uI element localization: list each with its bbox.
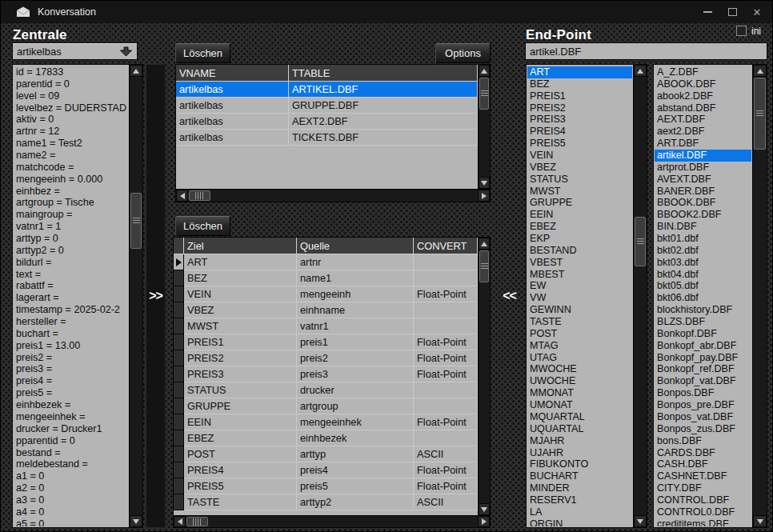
list-item[interactable]: meldebestand = [14, 458, 128, 470]
table-cell[interactable]: POST [184, 446, 297, 462]
endpoint-file-scrollbar[interactable] [752, 65, 767, 527]
table-row[interactable]: artikelbasTICKETS.DBF [176, 130, 478, 146]
list-item[interactable]: Bonpos_zus.DBF [655, 423, 751, 435]
list-item[interactable]: VBEZ [527, 162, 632, 174]
list-item[interactable]: PREIS2 [527, 102, 632, 114]
row-selector-cell[interactable] [174, 494, 184, 510]
table-cell[interactable]: PREIS2 [184, 350, 297, 366]
list-item[interactable]: bkt04.dbf [655, 269, 751, 281]
list-item[interactable]: einhbez = [14, 186, 128, 198]
table-cell[interactable]: PREIS5 [184, 478, 297, 494]
row-selector-cell[interactable] [174, 446, 184, 462]
list-item[interactable]: PREIS1 [527, 90, 632, 102]
list-item[interactable]: MJAHR [527, 435, 632, 447]
table-row[interactable]: VBEZeinhname [174, 302, 478, 318]
table-row[interactable]: ARTartnr [174, 254, 478, 270]
table-cell[interactable]: EEIN [184, 414, 297, 430]
table-cell[interactable]: GRUPPE [184, 398, 297, 414]
scroll-up-button[interactable] [479, 238, 490, 250]
scroll-up-button[interactable] [479, 65, 490, 77]
table-cell[interactable]: MWST [184, 318, 297, 334]
list-item[interactable]: parentid = 0 [14, 78, 128, 90]
table-row[interactable]: PREIS2preis2Float-Point [174, 350, 478, 366]
list-item[interactable]: VW [527, 292, 632, 304]
table-cell[interactable]: einhname [297, 302, 414, 318]
ini-checkbox[interactable] [736, 26, 747, 36]
list-item[interactable]: LA [527, 506, 632, 518]
list-item[interactable]: PREIS4 [527, 126, 632, 138]
table-cell[interactable]: name1 [297, 270, 414, 286]
scroll-down-button[interactable] [634, 515, 647, 527]
table-row[interactable]: STATUSdrucker [174, 382, 478, 398]
list-item[interactable]: bildurl = [14, 257, 128, 269]
table-row[interactable]: artikelbasGRUPPE.DBF [176, 98, 478, 114]
list-item[interactable]: CITY.DBF [655, 482, 751, 494]
list-item[interactable]: pparentid = 0 [14, 435, 128, 447]
table-cell[interactable]: artnr [297, 254, 414, 270]
list-item[interactable]: aext2.DBF [655, 126, 751, 138]
table-mapping-hscrollbar[interactable] [176, 189, 490, 202]
list-item[interactable]: PREIS3 [527, 114, 632, 126]
list-item[interactable]: bkt06.dbf [655, 292, 751, 304]
list-item[interactable]: preis5 = [14, 387, 128, 399]
list-item[interactable]: id = 17833 [14, 66, 128, 78]
scrollbar-thumb[interactable] [754, 78, 766, 150]
table-cell[interactable] [414, 318, 478, 334]
list-item[interactable]: abook2.DBF [655, 90, 751, 102]
endpoint-field-scrollbar[interactable] [633, 65, 647, 527]
list-item[interactable]: MBEST [527, 269, 632, 281]
list-item[interactable]: FIBUKONTO [527, 458, 632, 470]
list-item[interactable]: UQUARTAL [527, 423, 632, 435]
list-item[interactable]: EBEZ [527, 221, 632, 233]
list-item[interactable]: MQUARTAL [527, 411, 632, 423]
table-row[interactable]: MWSTvatnr1 [174, 318, 478, 334]
table-cell[interactable]: Float-Point [414, 334, 478, 350]
table-cell[interactable]: arttyp2 [297, 494, 414, 510]
list-item[interactable]: UWOCHE [527, 375, 632, 387]
row-selector-cell[interactable] [174, 478, 184, 494]
list-item[interactable]: bkt02.dbf [655, 245, 751, 257]
endpoint-file-input[interactable] [525, 42, 767, 60]
list-item[interactable]: MINDER [527, 482, 632, 494]
list-item[interactable]: A_Z.DBF [655, 66, 751, 78]
list-item[interactable]: timestamp = 2025-02-2 [14, 304, 128, 316]
table-cell[interactable]: ART [184, 254, 297, 270]
table-cell[interactable] [414, 254, 478, 270]
list-item[interactable]: POST [527, 328, 632, 340]
list-item[interactable]: arttyp2 = 0 [14, 245, 128, 257]
table-row[interactable]: VEINmengeeinhFloat-Point [174, 286, 478, 302]
table-cell[interactable]: PREIS1 [184, 334, 297, 350]
list-item[interactable]: matchcode = [14, 162, 128, 174]
list-item[interactable]: UTAG [527, 352, 632, 364]
list-item[interactable]: name1 = Test2 [14, 138, 128, 150]
list-item[interactable]: Bonkopf_abr.DBF [655, 340, 751, 352]
list-item[interactable]: artgroup = Tische [14, 197, 128, 209]
list-item[interactable]: Bonkopf.DBF [655, 328, 751, 340]
row-selector-cell[interactable] [174, 462, 184, 478]
table-cell[interactable]: TICKETS.DBF [289, 130, 478, 146]
scroll-down-button[interactable] [479, 177, 490, 189]
table-cell[interactable]: preis3 [297, 366, 414, 382]
row-selector-cell[interactable] [174, 398, 184, 414]
row-selector-cell[interactable] [174, 318, 184, 334]
list-item[interactable]: EW [527, 280, 632, 292]
list-item[interactable]: mengeeinhek = [14, 411, 128, 423]
table-cell[interactable]: STATUS [184, 382, 297, 398]
scroll-right-button[interactable] [478, 190, 490, 202]
table-cell[interactable]: preis4 [297, 462, 414, 478]
list-item[interactable]: abstand.DBF [655, 102, 751, 114]
table-cell[interactable] [414, 270, 478, 286]
list-item[interactable]: AVEXT.DBF [655, 174, 751, 186]
list-item[interactable]: PREIS5 [527, 138, 632, 150]
table-row[interactable]: GRUPPEartgroup [174, 398, 478, 414]
list-item[interactable]: credititems.DBF [655, 518, 751, 526]
list-item[interactable]: GEWINN [527, 304, 632, 316]
scroll-up-button[interactable] [634, 65, 647, 77]
table-cell[interactable]: artgroup [297, 398, 414, 414]
table-cell[interactable] [414, 302, 478, 318]
zentrale-table-combobox[interactable]: artikelbas [12, 42, 138, 60]
scroll-up-button[interactable] [753, 65, 767, 77]
list-item[interactable]: bkt03.dbf [655, 257, 751, 269]
delete-field-mapping-button[interactable]: Löschen [175, 216, 230, 236]
list-item[interactable]: bkt05.dbf [655, 280, 751, 292]
